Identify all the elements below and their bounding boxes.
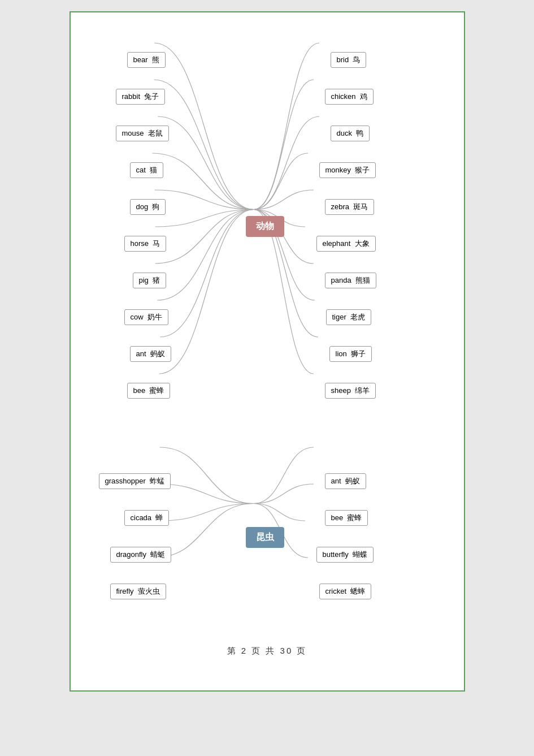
animal-right-node: brid 鸟: [331, 52, 367, 68]
animal-left-node: dog 狗: [130, 199, 166, 215]
animal-left-node: mouse 老鼠: [116, 126, 169, 141]
animal-right-node: chicken 鸡: [325, 89, 374, 105]
insect-right-node: cricket 蟋蟀: [319, 584, 372, 599]
animal-left-node: rabbit 兔子: [116, 89, 166, 105]
animal-right-node: lion 狮子: [329, 346, 372, 362]
animal-right-node: tiger 老虎: [326, 309, 372, 325]
insect-right-node: bee 蜜蜂: [325, 510, 368, 526]
insect-left-node: firefly 萤火虫: [110, 584, 166, 599]
insect-left-node: dragonfly 蜻蜓: [110, 547, 172, 563]
insect-mindmap: 昆虫 grasshopper 蚱蜢 cicada 蝉 dragonfly 蜻蜓 …: [82, 459, 453, 629]
animals-center-node: 动物: [246, 216, 284, 237]
animal-left-node: bee 蜜蜂: [127, 383, 171, 399]
animal-right-node: duck 鸭: [331, 126, 370, 141]
animal-left-node: cow 奶牛: [124, 309, 168, 325]
animal-left-node: ant 蚂蚁: [130, 346, 171, 362]
page-footer: 第 2 页 共 30 页: [82, 646, 453, 656]
animal-right-node: elephant 大象: [316, 236, 376, 252]
insects-center-node: 昆虫: [246, 527, 284, 548]
animal-left-node: pig 猪: [133, 273, 167, 288]
insect-left-node: cicada 蝉: [124, 510, 170, 526]
animal-left-node: bear 熊: [127, 52, 166, 68]
animal-right-node: sheep 绵羊: [325, 383, 376, 399]
animal-right-node: panda 熊猫: [325, 273, 376, 288]
insect-left-node: grasshopper 蚱蜢: [99, 473, 171, 489]
animal-left-node: cat 猫: [130, 162, 164, 178]
animal-mindmap: 动物 bear 熊 rabbit 兔子 mouse 老鼠 cat 猫 dog 狗…: [82, 29, 453, 442]
animal-right-node: zebra 斑马: [325, 199, 375, 215]
insect-right-node: butterfly 蝴蝶: [316, 547, 374, 563]
insect-right-node: ant 蚂蚁: [325, 473, 366, 489]
animal-left-node: horse 马: [124, 236, 167, 252]
animal-right-node: monkey 猴子: [319, 162, 376, 178]
page: 动物 bear 熊 rabbit 兔子 mouse 老鼠 cat 猫 dog 狗…: [70, 11, 465, 692]
